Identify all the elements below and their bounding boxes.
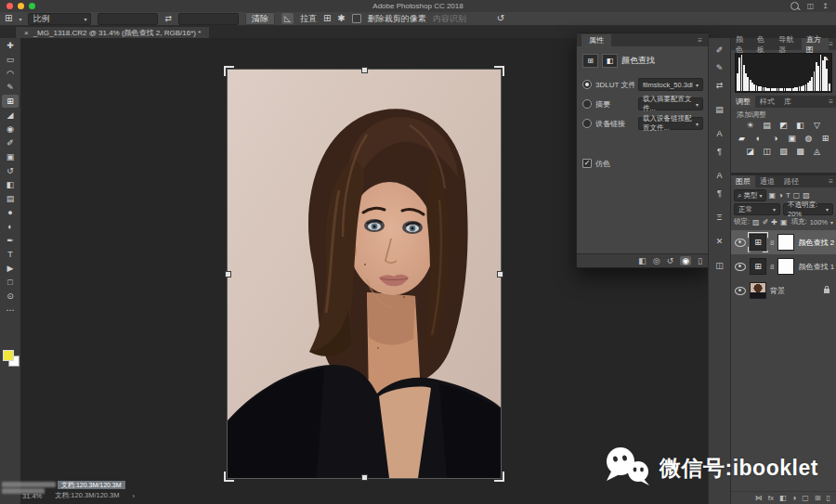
layer-visibility-icon[interactable] xyxy=(735,239,746,247)
clip-to-layer-icon[interactable]: ◧ xyxy=(638,256,647,265)
layer-mask-thumbnail[interactable] xyxy=(777,258,794,275)
crop-handle-topright[interactable] xyxy=(494,66,504,76)
panel-menu-icon[interactable]: ≡ xyxy=(698,36,702,45)
dither-checkbox[interactable]: ✓ xyxy=(582,159,592,168)
hue-saturation-icon[interactable]: ▰ xyxy=(736,133,748,143)
pen-tool-icon[interactable]: ✒ xyxy=(2,234,19,247)
clear-button[interactable]: 清除 xyxy=(245,12,275,25)
tab-调整[interactable]: 调整 xyxy=(731,96,755,108)
history-brush-tool-icon[interactable]: ↺ xyxy=(2,164,19,177)
crop-overlay-options-icon[interactable]: ⊞ xyxy=(323,14,331,23)
straighten-icon[interactable]: ◺ xyxy=(281,13,294,24)
vibrance-icon[interactable]: ▽ xyxy=(811,120,823,130)
clone-stamp-tool-icon[interactable]: ▣ xyxy=(2,150,19,163)
blur-tool-icon[interactable]: ● xyxy=(2,206,19,219)
layer-visibility-icon[interactable] xyxy=(735,287,746,295)
tab-通道[interactable]: 通道 xyxy=(755,175,779,187)
character-panel-icon[interactable]: A xyxy=(712,126,727,140)
tab-样式[interactable]: 样式 xyxy=(755,96,779,108)
libraries-panel-icon[interactable]: ◫ xyxy=(712,258,727,272)
shape-tool-icon[interactable]: □ xyxy=(2,276,19,289)
levels-icon[interactable]: ▤ xyxy=(761,120,773,130)
brightness-contrast-icon[interactable]: ☀ xyxy=(744,120,756,130)
opacity-dropdown[interactable]: 不透明度: 20%▾ xyxy=(783,203,833,215)
delete-cropped-pixels-checkbox[interactable] xyxy=(352,14,361,23)
black-white-icon[interactable]: ◑ xyxy=(769,133,781,143)
foreground-color-swatch[interactable] xyxy=(3,350,14,361)
radio-button[interactable] xyxy=(582,99,592,109)
crop-height-input[interactable] xyxy=(178,13,239,25)
layer-comps-panel-icon[interactable]: ▤ xyxy=(712,102,727,116)
swap-dimensions-icon[interactable]: ⇄ xyxy=(164,14,172,23)
lock-paint-icon[interactable]: ✐ xyxy=(763,218,769,226)
tab-导航器[interactable]: 导航器 xyxy=(774,38,802,50)
new-adjustment-layer-icon[interactable]: ◑ xyxy=(791,494,796,502)
radio-button[interactable] xyxy=(582,80,592,89)
brushes-panel-icon[interactable]: ✎ xyxy=(712,60,727,74)
zoom-tool-icon[interactable]: ⊙ xyxy=(2,290,19,303)
crop-handle-bottomright[interactable] xyxy=(494,472,504,482)
crop-handle-topleft[interactable] xyxy=(224,66,234,76)
notes-panel-icon[interactable]: ✕ xyxy=(712,234,727,248)
link-layers-icon[interactable]: ⋈ xyxy=(755,494,763,502)
filter-shape-layers-icon[interactable]: ▢ xyxy=(793,191,801,200)
threshold-icon[interactable]: ▨ xyxy=(777,146,790,156)
layer-row[interactable]: ⊞8颜色查找 1 xyxy=(731,254,836,278)
color-balance-icon[interactable]: ◐ xyxy=(752,133,764,143)
zoom-level-field[interactable]: 31.4% xyxy=(22,492,42,500)
delete-layer-icon[interactable]: ▯ xyxy=(827,494,830,502)
layer-mask-thumbnail[interactable] xyxy=(777,234,794,251)
lock-transparency-icon[interactable]: ▨ xyxy=(752,218,760,226)
lut-dropdown[interactable]: filmstock_50.3dl▾ xyxy=(638,78,703,91)
crop-tool-icon[interactable]: ⊞ xyxy=(5,14,12,23)
adjustment-layer-thumbnail[interactable]: ⊞ xyxy=(750,234,766,251)
close-document-icon[interactable]: × xyxy=(24,29,29,37)
marquee-tool-icon[interactable]: ▭ xyxy=(2,53,19,66)
character-styles-panel-icon[interactable]: A xyxy=(712,168,727,182)
glyphs-panel-icon[interactable]: Ξ xyxy=(712,210,727,224)
filter-type-layers-icon[interactable]: T xyxy=(786,191,790,200)
gradient-tool-icon[interactable]: ▤ xyxy=(2,192,19,205)
paragraph-panel-icon[interactable]: ¶ xyxy=(712,144,727,158)
previous-state-icon[interactable]: ◎ xyxy=(653,256,660,265)
path-selection-tool-icon[interactable]: ▶ xyxy=(2,262,19,275)
move-tool-icon[interactable]: ✚ xyxy=(2,39,19,52)
filter-pixel-layers-icon[interactable]: ▣ xyxy=(769,191,777,200)
spot-healing-tool-icon[interactable]: ◉ xyxy=(2,123,19,136)
status-expand-icon[interactable]: › xyxy=(132,492,135,500)
lock-artboard-icon[interactable]: ▣ xyxy=(780,218,788,226)
color-lookup-icon[interactable]: ⊞ xyxy=(819,133,831,143)
crop-handle-top[interactable] xyxy=(361,67,368,73)
new-layer-icon[interactable]: ⊞ xyxy=(815,494,821,502)
invert-icon[interactable]: ◪ xyxy=(744,146,756,156)
type-tool-icon[interactable]: T xyxy=(2,248,19,261)
layer-row[interactable]: 背景 xyxy=(731,278,836,303)
lock-position-icon[interactable]: ✚ xyxy=(771,218,777,226)
fill-value[interactable]: 100% xyxy=(810,218,828,226)
tab-直方图[interactable]: 直方图 xyxy=(802,38,829,50)
crop-settings-gear-icon[interactable]: ✱ xyxy=(337,14,345,23)
crop-ratio-dropdown[interactable]: 比例▾ xyxy=(28,13,91,25)
panel-menu-icon[interactable]: ≡ xyxy=(829,177,833,186)
paragraph-styles-panel-icon[interactable]: ¶ xyxy=(712,186,727,200)
crop-handle-bottom[interactable] xyxy=(361,474,368,481)
workspace-switcher-icon[interactable]: ◫ xyxy=(807,2,815,10)
background-layer-thumbnail[interactable] xyxy=(750,282,766,299)
brush-settings-panel-icon[interactable]: ✐ xyxy=(712,43,727,57)
photo-filter-icon[interactable]: ▣ xyxy=(786,133,798,143)
tab-色板[interactable]: 色板 xyxy=(752,38,774,50)
search-icon[interactable] xyxy=(790,2,799,10)
crop-handle-right[interactable] xyxy=(497,271,503,278)
channel-mixer-icon[interactable]: ◍ xyxy=(803,133,815,143)
layer-effects-icon[interactable]: fx xyxy=(768,494,774,502)
curves-icon[interactable]: ◩ xyxy=(777,120,790,130)
gradient-map-icon[interactable]: ▩ xyxy=(794,146,806,156)
properties-tab[interactable]: 属性 xyxy=(581,34,611,46)
quick-selection-tool-icon[interactable]: ✎ xyxy=(2,81,19,94)
layer-row[interactable]: ⊞8颜色查找 2 xyxy=(731,230,836,254)
exposure-icon[interactable]: ◧ xyxy=(794,120,806,130)
tool-preset-caret-icon[interactable]: ▾ xyxy=(19,16,21,22)
lasso-tool-icon[interactable]: ◠ xyxy=(2,67,19,80)
panel-menu-icon[interactable]: ≡ xyxy=(829,40,833,48)
delete-adjustment-icon[interactable]: ▯ xyxy=(698,256,702,265)
